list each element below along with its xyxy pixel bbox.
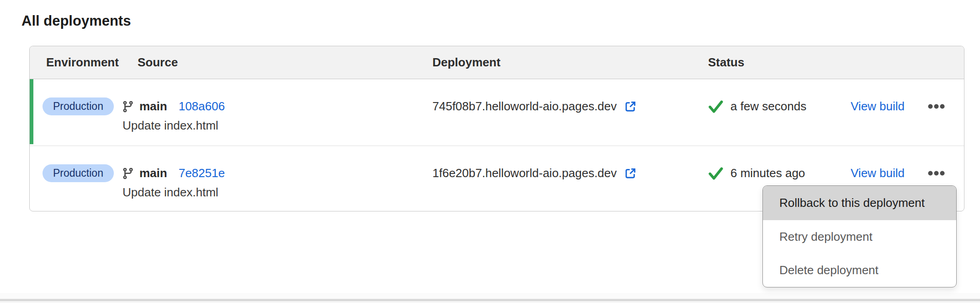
source-cell: main 108a606 Update index.html xyxy=(121,79,432,133)
ellipsis-icon xyxy=(928,171,945,176)
column-header-status: Status xyxy=(706,55,847,70)
deployment-url: 1f6e20b7.helloworld-aio.pages.dev xyxy=(432,166,617,180)
deployment-url: 745f08b7.helloworld-aio.pages.dev xyxy=(432,99,617,114)
menu-cell xyxy=(916,146,964,182)
environment-cell: Production xyxy=(30,79,121,115)
deployment-cell: 745f08b7.helloworld-aio.pages.dev xyxy=(432,79,706,115)
view-build-link[interactable]: View build xyxy=(851,164,905,182)
commit-link[interactable]: 7e8251e xyxy=(179,166,225,180)
menu-item-rollback[interactable]: Rollback to this deployment xyxy=(763,186,956,220)
row-overflow-menu-button[interactable] xyxy=(922,164,950,182)
action-cell: View build xyxy=(847,146,916,182)
deployments-page: All deployments Environment Source Deplo… xyxy=(0,0,980,303)
page-bottom-edge xyxy=(0,301,980,303)
status-cell: 6 minutes ago xyxy=(706,146,847,182)
success-check-icon xyxy=(708,100,724,114)
page-bottom-band xyxy=(0,293,980,299)
view-build-link[interactable]: View build xyxy=(851,97,905,115)
environment-badge: Production xyxy=(43,97,114,115)
commit-message: Update index.html xyxy=(122,118,432,133)
status-cell: a few seconds xyxy=(706,79,847,115)
page-title: All deployments xyxy=(21,13,131,29)
environment-badge: Production xyxy=(43,164,114,182)
column-header-deployment: Deployment xyxy=(432,55,706,70)
column-header-source: Source xyxy=(121,55,432,70)
deployment-actions-menu: Rollback to this deployment Retry deploy… xyxy=(762,185,957,287)
ellipsis-icon xyxy=(928,104,945,109)
success-check-icon xyxy=(708,167,724,180)
git-branch-icon xyxy=(122,167,134,180)
menu-cell xyxy=(916,79,964,115)
commit-message: Update index.html xyxy=(122,184,432,200)
column-header-environment: Environment xyxy=(30,55,121,70)
row-overflow-menu-button[interactable] xyxy=(922,97,950,115)
git-branch-icon xyxy=(122,100,134,113)
status-time: a few seconds xyxy=(730,99,806,114)
branch-name: main xyxy=(139,166,167,180)
external-link-icon[interactable] xyxy=(623,100,637,114)
action-cell: View build xyxy=(847,79,916,115)
menu-item-delete[interactable]: Delete deployment xyxy=(763,254,956,287)
status-time: 6 minutes ago xyxy=(730,166,805,180)
table-row: Production main 108a606 Update index.htm… xyxy=(30,79,964,146)
table-header-row: Environment Source Deployment Status xyxy=(30,46,964,79)
menu-item-retry[interactable]: Retry deployment xyxy=(763,220,956,254)
external-link-icon[interactable] xyxy=(623,167,637,180)
deployment-cell: 1f6e20b7.helloworld-aio.pages.dev xyxy=(432,146,706,182)
environment-cell: Production xyxy=(30,146,121,182)
branch-name: main xyxy=(139,99,167,114)
commit-link[interactable]: 108a606 xyxy=(179,99,225,114)
source-cell: main 7e8251e Update index.html xyxy=(121,146,432,200)
